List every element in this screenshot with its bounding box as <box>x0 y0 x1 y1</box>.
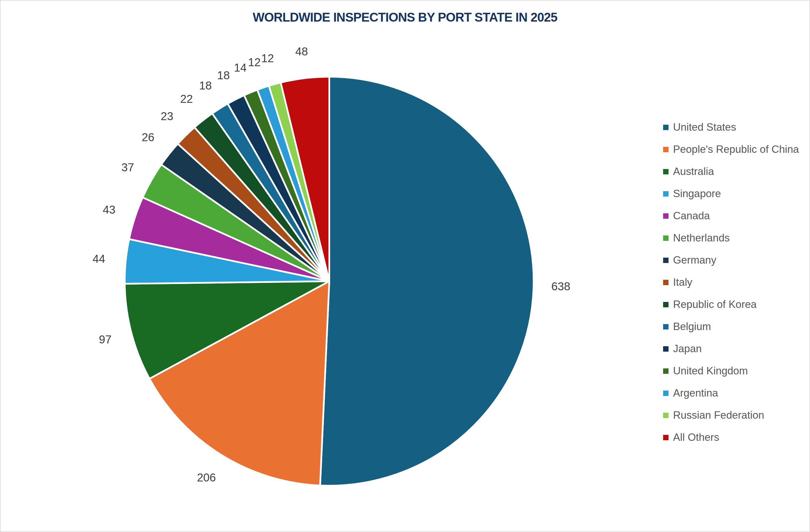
legend-item-belgium: Belgium <box>663 321 799 332</box>
data-label-japan: 18 <box>217 69 230 82</box>
legend-label-canada: Canada <box>673 210 710 221</box>
legend-item-germany: Germany <box>663 254 799 266</box>
legend-swatch-united-states <box>663 125 668 130</box>
legend-label-germany: Germany <box>673 254 716 266</box>
legend-swatch-canada <box>663 213 668 219</box>
legend-label-italy: Italy <box>673 277 692 288</box>
legend-swatch-belgium <box>663 324 668 330</box>
data-label-italy: 23 <box>161 110 174 122</box>
legend-item-australia: Australia <box>663 166 799 177</box>
data-label-united-kingdom: 14 <box>234 61 247 74</box>
legend-swatch-germany <box>663 257 668 263</box>
legend-item-canada: Canada <box>663 210 799 221</box>
data-label-argentina: 12 <box>248 56 261 68</box>
legend-item-united-kingdom: United Kingdom <box>663 365 799 377</box>
legend-item-singapore: Singapore <box>663 188 799 199</box>
legend: United StatesPeople's Republic of ChinaA… <box>663 121 799 454</box>
legend-item-united-states: United States <box>663 121 799 133</box>
data-label-people-s-republic-of-china: 206 <box>197 471 216 484</box>
legend-swatch-united-kingdom <box>663 368 668 374</box>
pie-slice-united-states <box>320 77 534 486</box>
legend-item-italy: Italy <box>663 277 799 288</box>
legend-item-people-s-republic-of-china: People's Republic of China <box>663 144 799 155</box>
legend-swatch-republic-of-korea <box>663 302 668 307</box>
legend-swatch-all-others <box>663 435 668 440</box>
legend-label-republic-of-korea: Republic of Korea <box>673 299 757 310</box>
legend-label-united-kingdom: United Kingdom <box>673 365 748 377</box>
legend-item-argentina: Argentina <box>663 387 799 399</box>
data-label-belgium: 18 <box>199 79 212 92</box>
data-label-republic-of-korea: 22 <box>180 93 193 105</box>
legend-swatch-people-s-republic-of-china <box>663 147 668 152</box>
data-label-netherlands: 37 <box>121 161 134 173</box>
legend-item-netherlands: Netherlands <box>663 232 799 244</box>
legend-label-russian-federation: Russian Federation <box>673 410 764 421</box>
legend-item-russian-federation: Russian Federation <box>663 410 799 421</box>
legend-item-all-others: All Others <box>663 432 799 443</box>
legend-label-belgium: Belgium <box>673 321 711 332</box>
chart-frame: WORLDWIDE INSPECTIONS BY PORT STATE IN 2… <box>0 0 810 532</box>
legend-label-united-states: United States <box>673 121 736 133</box>
data-label-germany: 26 <box>142 131 155 144</box>
legend-swatch-singapore <box>663 191 668 197</box>
legend-swatch-netherlands <box>663 235 668 241</box>
data-label-all-others: 48 <box>295 45 308 58</box>
data-label-russian-federation: 12 <box>261 52 274 65</box>
legend-swatch-australia <box>663 169 668 174</box>
data-label-united-states: 638 <box>551 280 570 293</box>
legend-item-japan: Japan <box>663 343 799 354</box>
legend-label-japan: Japan <box>673 343 702 354</box>
legend-label-people-s-republic-of-china: People's Republic of China <box>673 144 799 155</box>
legend-item-republic-of-korea: Republic of Korea <box>663 299 799 310</box>
legend-label-argentina: Argentina <box>673 387 718 399</box>
data-label-singapore: 44 <box>93 252 106 265</box>
legend-label-australia: Australia <box>673 166 714 177</box>
legend-swatch-russian-federation <box>663 413 668 418</box>
legend-label-singapore: Singapore <box>673 188 721 199</box>
legend-label-all-others: All Others <box>673 432 719 443</box>
legend-swatch-argentina <box>663 390 668 396</box>
data-label-canada: 43 <box>103 203 116 216</box>
legend-label-netherlands: Netherlands <box>673 232 730 244</box>
legend-swatch-japan <box>663 346 668 352</box>
data-label-australia: 97 <box>99 333 112 346</box>
legend-swatch-italy <box>663 280 668 285</box>
